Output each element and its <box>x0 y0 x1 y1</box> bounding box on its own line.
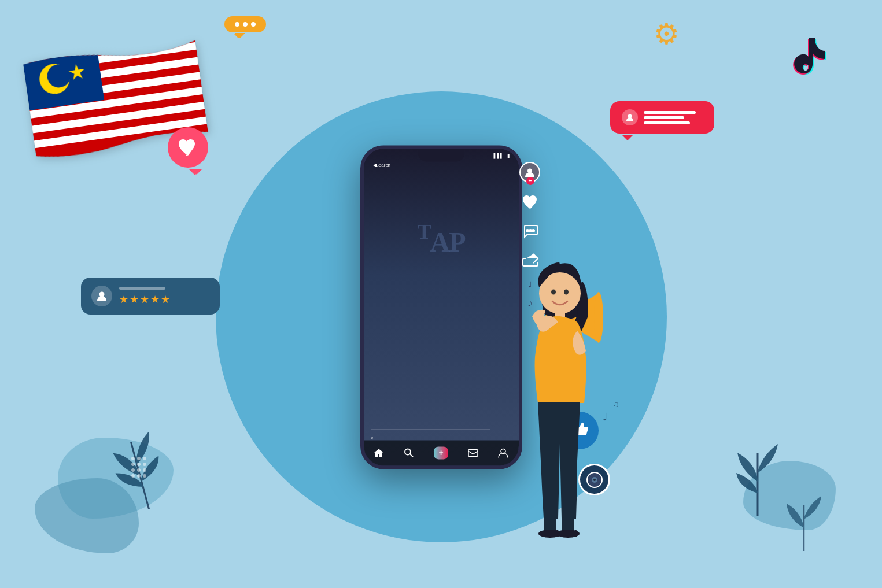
review-bar <box>119 287 165 290</box>
svg-rect-58 <box>574 530 577 537</box>
tiktok-logo-area <box>789 35 830 80</box>
svg-rect-36 <box>468 449 478 456</box>
svg-point-39 <box>526 230 529 232</box>
bubble-line-3 <box>644 121 690 124</box>
bubble-line-1 <box>644 111 696 114</box>
svg-point-28 <box>131 468 135 472</box>
svg-line-35 <box>410 454 413 457</box>
chat-dot-3 <box>251 22 256 27</box>
search-bar[interactable]: ◀ Search <box>373 162 390 168</box>
music-note-float-2: ♫ <box>613 400 619 409</box>
nav-inbox-btn[interactable] <box>468 448 478 458</box>
video-caption <box>371 427 490 431</box>
review-avatar-icon <box>96 290 108 302</box>
star-4: ★ <box>150 293 160 306</box>
star-1: ★ <box>119 293 128 306</box>
bubble-avatar-icon <box>625 113 634 122</box>
review-avatar <box>91 286 112 306</box>
tiktok-logo <box>789 35 830 81</box>
battery-icon: ▮ <box>507 153 510 158</box>
svg-point-31 <box>131 474 135 478</box>
gear-icon: ⚙ <box>654 17 680 51</box>
svg-point-24 <box>143 457 146 460</box>
svg-point-51 <box>564 290 569 295</box>
bubble-text-lines <box>644 111 696 124</box>
music-info: ♫ <box>371 436 379 440</box>
svg-point-32 <box>137 474 141 478</box>
review-content: ★ ★ ★ ★ ★ <box>119 287 170 306</box>
star-5: ★ <box>161 293 170 306</box>
inbox-icon <box>468 448 478 458</box>
heart-bubble-tail <box>189 169 201 175</box>
bubble-line-2 <box>644 116 684 119</box>
svg-point-46 <box>594 292 603 343</box>
svg-point-41 <box>532 230 534 232</box>
like-btn[interactable] <box>521 192 540 212</box>
svg-rect-57 <box>556 530 559 537</box>
chat-bubble-orange <box>224 16 266 32</box>
bubble-avatar <box>622 109 638 125</box>
star-3: ★ <box>140 293 149 306</box>
comment-btn[interactable] <box>521 221 540 241</box>
search-nav-icon <box>404 448 414 458</box>
chat-dot-2 <box>243 22 248 27</box>
star-rating: ★ ★ ★ ★ ★ <box>119 293 170 306</box>
heart-bubble <box>168 127 208 168</box>
svg-point-33 <box>143 474 146 478</box>
svg-point-50 <box>551 290 556 295</box>
woman-svg <box>483 241 633 588</box>
music-note-float-1: ♩ <box>603 411 607 423</box>
nav-create-btn[interactable]: + <box>434 446 448 459</box>
sidebar-user-icon <box>525 167 535 177</box>
heart-icon <box>522 193 539 210</box>
sidebar-like-group[interactable] <box>521 192 540 213</box>
nav-tabs <box>364 169 519 172</box>
plant-small-svg <box>784 493 824 551</box>
svg-point-27 <box>143 463 146 466</box>
plant-right-svg <box>732 441 784 516</box>
search-label: Search <box>376 162 390 168</box>
music-note-icon: ♫ <box>371 436 374 440</box>
status-icons: ▌▌▌ ▮ <box>493 153 509 158</box>
see-translation-btn[interactable] <box>371 429 490 431</box>
svg-point-40 <box>529 230 532 232</box>
phone-notch <box>418 149 464 161</box>
follow-plus-btn[interactable]: + <box>526 177 534 185</box>
svg-point-25 <box>131 463 135 466</box>
nav-home-btn[interactable] <box>374 448 384 458</box>
svg-point-34 <box>405 449 411 454</box>
svg-point-29 <box>137 468 141 472</box>
svg-point-23 <box>137 457 141 460</box>
tiktok-icon <box>789 35 830 81</box>
svg-point-22 <box>131 457 135 460</box>
woman-figure <box>483 241 633 588</box>
sidebar-avatar[interactable]: + <box>519 162 541 184</box>
speech-bubble-red <box>610 101 714 134</box>
svg-point-26 <box>137 463 141 466</box>
signal-icon: ▌▌▌ <box>493 153 503 158</box>
dots-decoration <box>127 453 162 490</box>
plant-right-small <box>784 493 824 553</box>
sidebar-comment-group[interactable] <box>521 221 540 242</box>
dots-svg <box>127 453 162 487</box>
chat-dot-1 <box>235 22 239 27</box>
plant-right <box>732 441 784 519</box>
chat-bubble-tail <box>235 33 245 38</box>
heart-icon <box>178 138 198 157</box>
nav-search-btn[interactable] <box>404 448 414 458</box>
review-card: ★ ★ ★ ★ ★ <box>81 278 220 315</box>
svg-point-30 <box>143 468 146 472</box>
star-2: ★ <box>130 293 139 306</box>
home-icon <box>374 448 384 458</box>
comment-icon <box>522 222 539 239</box>
tap-watermark: TAP <box>418 218 465 261</box>
